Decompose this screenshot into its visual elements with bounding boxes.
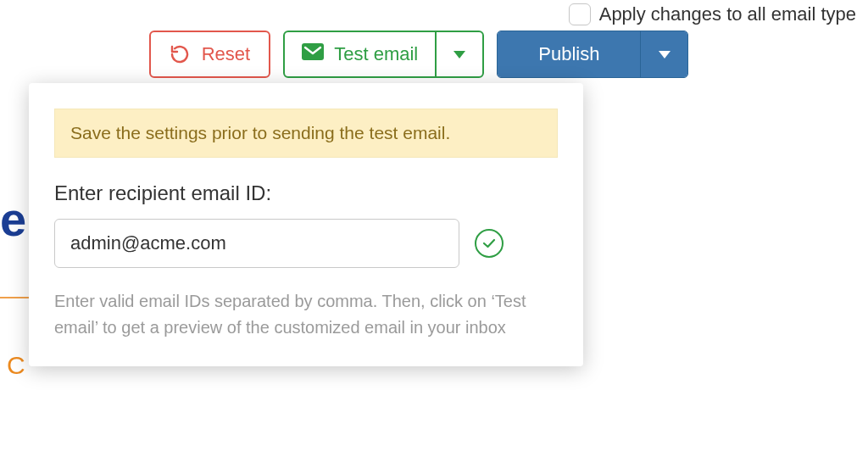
- reset-button-label: Reset: [202, 43, 250, 65]
- background-text-fragment: e: [0, 192, 26, 247]
- recipient-hint-text: Enter valid email IDs separated by comma…: [54, 288, 558, 341]
- publish-split-button: Publish: [497, 31, 688, 78]
- caret-down-icon: [659, 51, 670, 59]
- button-row: Reset Test email Publish: [149, 31, 689, 78]
- test-email-button-label: Test email: [334, 43, 418, 65]
- caret-down-icon: [453, 51, 465, 59]
- publish-dropdown-button[interactable]: [640, 31, 687, 77]
- reset-icon: [170, 44, 190, 64]
- apply-all-checkbox[interactable]: [569, 3, 591, 25]
- test-email-dropdown-button[interactable]: [435, 32, 482, 76]
- publish-button-label: Publish: [538, 43, 599, 65]
- background-text-fragment-orange: C: [7, 351, 25, 380]
- recipient-email-input[interactable]: [54, 219, 459, 268]
- warning-message: Save the settings prior to sending the t…: [54, 109, 558, 158]
- apply-all-row: Apply changes to all email type: [569, 3, 856, 25]
- reset-button[interactable]: Reset: [149, 31, 270, 78]
- svg-rect-0: [302, 43, 324, 60]
- valid-check-icon: [475, 229, 504, 258]
- apply-all-label: Apply changes to all email type: [599, 3, 856, 25]
- recipient-input-row: [54, 219, 558, 268]
- test-email-button[interactable]: Test email: [285, 32, 435, 76]
- background-underline: [0, 297, 29, 298]
- mail-icon: [302, 43, 324, 65]
- toolbar: Apply changes to all email type Reset: [149, 0, 856, 78]
- recipient-prompt-label: Enter recipient email ID:: [54, 181, 558, 205]
- test-email-panel: Save the settings prior to sending the t…: [29, 83, 583, 366]
- publish-button[interactable]: Publish: [498, 31, 640, 77]
- test-email-split-button: Test email: [283, 31, 484, 78]
